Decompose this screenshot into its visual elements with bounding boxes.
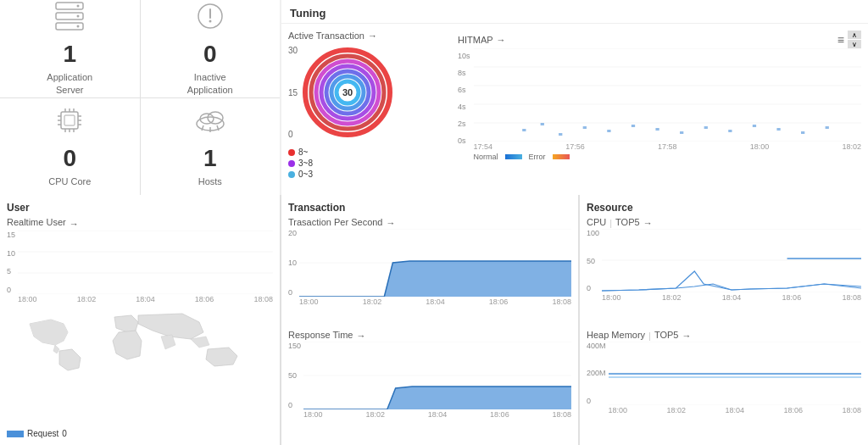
- heap-divider: |: [648, 331, 651, 341]
- svg-rect-50: [655, 128, 659, 131]
- normal-color-bar: [505, 154, 522, 159]
- error-label: Error: [529, 153, 546, 161]
- resource-panel: Resource CPU | TOP5 → 100 50 0: [580, 195, 868, 445]
- scroll-up-button[interactable]: ∧: [848, 31, 861, 39]
- svg-rect-52: [704, 126, 707, 129]
- user-y-15: 15: [7, 231, 15, 239]
- user-subtitle: Realtime User: [7, 217, 66, 227]
- scroll-down-button[interactable]: ∨: [848, 40, 861, 48]
- user-x-1800: 18:00: [18, 295, 37, 303]
- trans-y-axis: 30 15 0: [288, 46, 298, 139]
- rt-x-1804: 18:04: [428, 410, 448, 419]
- world-map: [7, 307, 273, 426]
- y-label-0: 0: [288, 130, 298, 139]
- heap-y-200m: 200M: [587, 369, 606, 377]
- legend-label-purple: 3~8: [298, 159, 313, 168]
- hitmap-y-0s: 0s: [458, 136, 470, 145]
- cpu-chart: 18:00 18:02 18:04 18:06 18:08: [602, 229, 861, 302]
- heap-x-1800: 18:00: [609, 406, 628, 414]
- heap-x-1808: 18:08: [842, 406, 861, 414]
- hitmap-menu-icon[interactable]: ≡: [837, 33, 844, 47]
- cpu-x-1808: 18:08: [842, 293, 861, 302]
- rt-title-row: Response Time →: [288, 330, 571, 342]
- hosts-count: 1: [203, 145, 217, 172]
- map-legend-value: 0: [62, 429, 67, 438]
- tps-y-10: 10: [288, 259, 297, 267]
- svg-rect-51: [680, 131, 683, 134]
- heap-y-400m: 400M: [587, 342, 606, 350]
- rt-arrow[interactable]: →: [356, 331, 365, 341]
- svg-rect-48: [607, 130, 610, 132]
- cpu-core-label: CPU Core: [48, 175, 91, 187]
- legend-dot-red: [288, 149, 295, 156]
- user-y-10: 10: [7, 249, 15, 258]
- user-subtitle-row: Realtime User →: [7, 217, 273, 231]
- svg-point-8: [209, 20, 211, 23]
- user-y-0: 0: [7, 286, 15, 294]
- active-trans-label: Active Transaction: [288, 31, 364, 41]
- stat-card-inactive-app: 0 InactiveApplication: [141, 0, 281, 97]
- user-arrow[interactable]: →: [70, 219, 79, 229]
- server-icon: [53, 1, 86, 37]
- hitmap-y-2s: 2s: [458, 120, 470, 128]
- heap-x-1806: 18:06: [783, 406, 803, 414]
- inactive-app-label: InactiveApplication: [187, 71, 233, 96]
- tps-chart-svg: [299, 229, 571, 297]
- bottom-row: User Realtime User → 15 10 5 0: [0, 195, 868, 445]
- hitmap-section: HITMAP → ≡ ∧ ∨ 10s: [451, 24, 868, 195]
- svg-point-5: [77, 25, 80, 28]
- svg-point-4: [77, 15, 80, 18]
- tps-chart-block: Trasaction Per Second → 20 10 0: [288, 217, 571, 326]
- hosts-label: Hosts: [198, 175, 222, 187]
- tps-x-1804: 18:04: [426, 298, 445, 306]
- svg-rect-45: [540, 123, 543, 125]
- map-legend-label: Request: [27, 429, 58, 438]
- heap-x-axis: 18:00 18:02 18:04 18:06 18:08: [609, 406, 861, 414]
- legend-dot-purple: [288, 160, 295, 167]
- tps-title: Trasaction Per Second: [288, 217, 382, 227]
- hitmap-x-1758: 17:58: [658, 142, 677, 151]
- active-transaction-section: Active Transaction → 30 15 0: [281, 24, 451, 195]
- cpu-x-1804: 18:04: [722, 293, 742, 302]
- tps-x-axis: 18:00 18:02 18:04 18:06 18:08: [299, 298, 571, 306]
- hitmap-arrow[interactable]: →: [497, 35, 506, 45]
- normal-label: Normal: [474, 153, 498, 161]
- svg-rect-55: [776, 128, 780, 131]
- svg-rect-9: [61, 112, 78, 129]
- cpu-x-1802: 18:02: [662, 293, 682, 302]
- world-map-svg: [7, 307, 273, 375]
- legend-item-blue: 0~3: [288, 170, 444, 179]
- user-x-axis: 18:00 18:02 18:04 18:06 18:08: [18, 295, 273, 303]
- rt-y-50: 50: [288, 371, 301, 380]
- cpu-y-100: 100: [587, 229, 599, 237]
- cpu-icon: [53, 105, 86, 142]
- legend-dot-blue: [288, 171, 295, 178]
- rt-chart: 18:00 18:02 18:04 18:06 18:08: [303, 342, 571, 419]
- rt-chart-wrapper: 150 50 0: [288, 342, 571, 439]
- hitmap-x-1802: 18:02: [842, 142, 861, 151]
- tps-x-1800: 18:00: [299, 298, 319, 306]
- tps-arrow[interactable]: →: [386, 218, 395, 228]
- svg-rect-56: [801, 131, 804, 134]
- top-row: 1 ApplicationServer 0 InactiveApplicatio…: [0, 0, 868, 195]
- cloud-icon: [192, 105, 229, 142]
- svg-rect-46: [559, 133, 562, 136]
- tps-chart: 18:00 18:02 18:04 18:06 18:08: [299, 229, 571, 306]
- cpu-title-row: CPU | TOP5 →: [587, 217, 861, 229]
- cpu-arrow[interactable]: →: [643, 218, 653, 228]
- scroll-buttons: ∧ ∨: [848, 31, 861, 48]
- hitmap-y-10s: 10s: [458, 52, 470, 60]
- tps-x-1806: 18:06: [489, 298, 509, 306]
- cpu-x-1800: 18:00: [602, 293, 621, 302]
- user-chart-wrapper: 15 10 5 0 18:00 18:02 18:04: [7, 231, 273, 303]
- heap-y-0: 0: [587, 397, 606, 405]
- cpu-chart-svg: [602, 229, 861, 292]
- heap-arrow[interactable]: →: [682, 331, 691, 341]
- heap-x-1804: 18:04: [725, 406, 744, 414]
- cpu-chart-block: CPU | TOP5 → 100 50 0: [587, 217, 861, 326]
- svg-rect-53: [728, 130, 732, 132]
- hitmap-chart: 17:54 17:56 17:58 18:00 18:02 Normal Err…: [474, 48, 861, 188]
- rt-y-axis: 150 50 0: [288, 342, 301, 409]
- active-trans-arrow[interactable]: →: [368, 31, 377, 41]
- rt-x-1806: 18:06: [490, 410, 509, 419]
